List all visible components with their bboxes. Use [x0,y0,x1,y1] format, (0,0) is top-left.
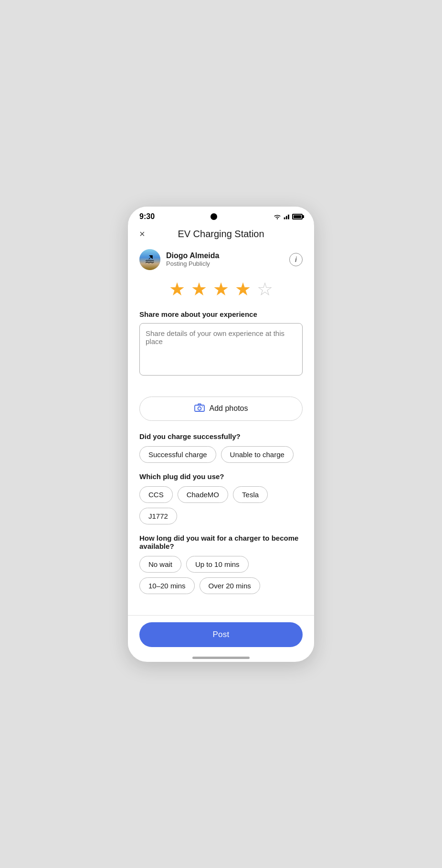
wait-question-text: How long did you wait for a charger to b… [139,534,303,550]
charge-options: Successful charge Unable to charge [139,446,303,463]
user-info: 🏖 Diogo Almeida Posting Publicly [139,249,219,270]
add-photos-button[interactable]: Add photos [139,397,303,421]
status-icons [273,213,303,220]
user-row: 🏖 Diogo Almeida Posting Publicly i [139,249,303,270]
plug-options: CCS ChadeMO Tesla J1772 [139,486,303,524]
avatar-image: 🏖 [139,249,160,270]
phone-frame: 9:30 × EV Charging Station [128,207,314,662]
camera-icon [194,403,205,414]
star-rating: ★ ★ ★ ★ ☆ [139,279,303,300]
svg-point-0 [277,218,278,219]
status-bar: 9:30 [128,207,314,223]
star-2[interactable]: ★ [191,279,207,300]
chip-j1772[interactable]: J1772 [139,508,177,524]
chip-unable-to-charge[interactable]: Unable to charge [221,446,294,463]
plug-question-text: Which plug did you use? [139,472,303,481]
avatar: 🏖 [139,249,160,270]
page-title: EV Charging Station [178,229,264,240]
battery-icon [292,214,303,220]
camera-dot [210,213,217,220]
star-5[interactable]: ☆ [257,279,273,300]
svg-rect-6 [202,406,203,407]
charge-question-text: Did you charge successfully? [139,432,303,440]
status-time: 9:30 [139,212,155,221]
star-4[interactable]: ★ [235,279,251,300]
wifi-icon [273,213,282,220]
app-header: × EV Charging Station [128,223,314,245]
star-1[interactable]: ★ [169,279,185,300]
svg-point-5 [198,407,201,410]
post-button[interactable]: Post [139,622,303,647]
review-textarea[interactable] [139,323,303,376]
wait-question-section: How long did you wait for a charger to b… [139,534,303,594]
add-photos-label: Add photos [210,404,248,413]
home-bar [192,657,250,659]
plug-question-section: Which plug did you use? CCS ChadeMO Tesl… [139,472,303,524]
chip-10-20-mins[interactable]: 10–20 mins [139,577,195,594]
home-indicator [128,652,314,662]
svg-rect-3 [288,214,289,219]
wait-options: No wait Up to 10 mins 10–20 mins Over 20… [139,556,303,594]
chip-over-20-mins[interactable]: Over 20 mins [200,577,260,594]
user-text: Diogo Almeida Posting Publicly [166,251,219,267]
chip-no-wait[interactable]: No wait [139,556,181,573]
chip-up-to-10-mins[interactable]: Up to 10 mins [186,556,249,573]
review-section: Share more about your experience [139,310,303,387]
chip-chademo[interactable]: ChadeMO [178,486,228,503]
charge-question-section: Did you charge successfully? Successful … [139,432,303,463]
star-3[interactable]: ★ [213,279,229,300]
chip-ccs[interactable]: CCS [139,486,173,503]
svg-rect-2 [286,216,287,219]
review-label: Share more about your experience [139,310,303,318]
chip-tesla[interactable]: Tesla [233,486,268,503]
svg-rect-1 [284,217,285,219]
content-area: 🏖 Diogo Almeida Posting Publicly i ★ ★ ★… [128,245,314,615]
chip-successful-charge[interactable]: Successful charge [139,446,216,463]
close-button[interactable]: × [137,227,147,241]
signal-icon [284,213,290,220]
user-name: Diogo Almeida [166,251,219,260]
info-button[interactable]: i [289,253,303,266]
user-subtitle: Posting Publicly [166,260,219,267]
footer: Post [128,615,314,652]
